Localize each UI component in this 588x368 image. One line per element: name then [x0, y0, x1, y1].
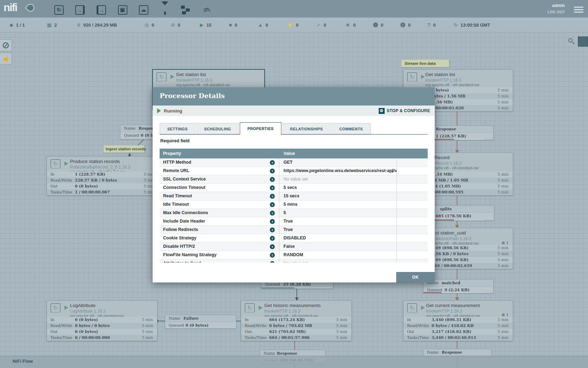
- drag-processor-icon[interactable]: ↻: [52, 4, 65, 16]
- search-icon[interactable]: [568, 38, 573, 42]
- help-icon[interactable]: ?: [270, 236, 275, 241]
- properties-table: Property Value HTTP Method? GET Remote U…: [160, 149, 428, 263]
- processor-title: Get current measurement: [426, 303, 480, 308]
- help-icon[interactable]: ?: [270, 253, 275, 258]
- property-row: SSL Context Service? No value set: [160, 175, 428, 184]
- breadcrumb[interactable]: NiFi Flow: [13, 359, 33, 364]
- disabled-icon: ⚡: [287, 22, 293, 27]
- processor-type: InvokeHTTP 1.16.3: [425, 78, 461, 83]
- processor-type: InvokeHTTP 1.16.3: [176, 78, 212, 83]
- navigate-palette-button[interactable]: [0, 39, 12, 51]
- nifi-drop-icon: [25, 2, 36, 13]
- help-icon[interactable]: ?: [270, 244, 275, 249]
- status-running: ▶15: [200, 18, 211, 32]
- stop-and-configure-button[interactable]: ⚙ STOP & CONFIGURE: [379, 108, 430, 114]
- dialog-title: Processor Details: [160, 92, 225, 100]
- status-cluster: ◆1 / 1: [9, 18, 25, 32]
- processor-stats: In0 (0 bytes)5 min Read/Write0 bytes / 0…: [47, 317, 157, 341]
- drag-process-group-icon[interactable]: ▣: [116, 4, 129, 16]
- queued-icon: ≡: [77, 22, 80, 28]
- tab-properties[interactable]: PROPERTIES: [240, 122, 281, 135]
- running-status-icon: [170, 75, 174, 79]
- properties-table-header: Property Value: [160, 149, 428, 158]
- running-status-icon: [421, 306, 425, 310]
- tab-comments[interactable]: COMMENTS: [331, 123, 370, 134]
- tab-relationships[interactable]: RELATIONSHIPS: [282, 123, 331, 134]
- help-icon[interactable]: ?: [270, 219, 275, 224]
- help-icon[interactable]: ?: [270, 185, 275, 190]
- tab-settings[interactable]: SETTINGS: [160, 123, 195, 134]
- logout-link[interactable]: LOG OUT: [547, 10, 565, 14]
- locally-modified-icon: ∗: [345, 22, 350, 28]
- status-sync-failure: ?0: [427, 18, 436, 32]
- label-ingest-station-records[interactable]: Ingest station records: [103, 145, 145, 153]
- current-user: admin: [552, 3, 565, 8]
- help-icon[interactable]: ?: [270, 202, 275, 207]
- running-status-icon: [157, 108, 161, 113]
- label-stream-live-data[interactable]: Stream live-data: [401, 59, 449, 67]
- operate-palette-button[interactable]: ☝: [0, 53, 12, 64]
- property-row: Disable HTTP/2? False: [160, 243, 428, 251]
- status-invalid: ▲0: [258, 18, 268, 32]
- processor-details-dialog: Processor Details Running ⚙ STOP & CONFI…: [153, 87, 435, 282]
- processor-stats: In3,440 (896.31 KB)5 min Read/Write0 byt…: [404, 317, 513, 341]
- drag-input-port-icon[interactable]: →: [74, 4, 86, 16]
- compass-icon: [3, 42, 9, 48]
- property-row: Idle Timeout? 5 mins: [160, 200, 428, 209]
- processor-icon: ↻: [245, 303, 255, 313]
- connection-response-left[interactable]: NameResponse Queued0 (0 bytes: [120, 125, 157, 139]
- status-disabled: ⚡0: [287, 18, 299, 32]
- processor-title: Get station list: [425, 72, 455, 77]
- property-row: Include Date Header? True: [160, 217, 428, 226]
- sync-failure-icon: ?: [427, 22, 430, 27]
- processor-title: Produce station records: [70, 159, 120, 164]
- status-locally-modified: ∗0: [345, 18, 356, 32]
- status-locally-modified-stale: !0: [400, 18, 411, 32]
- help-icon[interactable]: ?: [270, 211, 275, 216]
- help-icon[interactable]: ?: [270, 177, 275, 182]
- help-icon[interactable]: ?: [270, 194, 275, 199]
- property-row: Cookie Strategy? DISABLED: [160, 234, 428, 243]
- search-toggle-button[interactable]: [578, 36, 588, 47]
- not-transmitting-icon: ⊘: [171, 22, 175, 27]
- processor-icon: ↻: [50, 159, 61, 169]
- breadcrumb-bar: [0, 356, 588, 368]
- processor-icon: ↻: [156, 72, 167, 82]
- drag-output-port-icon[interactable]: →: [95, 4, 107, 16]
- processor-get-historic-measurements[interactable]: ↻ Get historic measurements InvokeHTTP 1…: [241, 300, 352, 341]
- gear-icon: ⚙: [379, 108, 385, 114]
- processor-stats: In1 (228.57 KB)5 min Read/Write228.57 KB…: [47, 171, 159, 195]
- up-to-date-icon: ✓: [317, 22, 321, 27]
- queue-bar: [261, 287, 333, 288]
- help-icon[interactable]: ?: [270, 227, 275, 232]
- dialog-tabs: SETTINGS SCHEDULING PROPERTIES RELATIONS…: [160, 122, 428, 135]
- processor-type: Record 1.16.3: [435, 161, 461, 166]
- processor-type: ateJsonPath 1.16.3: [435, 236, 471, 241]
- running-status-icon: [259, 306, 262, 310]
- processor-bundle: org.apache.nifi - nifi-standard-nar: [176, 83, 230, 87]
- property-row: Read Timeout? 15 secs: [160, 192, 428, 200]
- processor-log-attribute[interactable]: ↻ LogAttribute LogAttribute 1.16.3 org.a…: [47, 300, 158, 341]
- drag-label-icon[interactable]: ≡✎: [201, 4, 214, 16]
- status-queued: ≡920 / 264.29 MB: [77, 18, 117, 32]
- drag-funnel-icon[interactable]: [159, 4, 171, 16]
- processor-produce-station-records[interactable]: ↻ Produce station records PublishKafkaRe…: [47, 156, 159, 196]
- ok-button[interactable]: OK: [396, 272, 435, 282]
- help-icon[interactable]: ?: [270, 169, 275, 173]
- help-icon[interactable]: ?: [270, 261, 275, 263]
- processor-type: LogAttribute 1.16.3: [70, 309, 105, 314]
- global-menu-icon[interactable]: [574, 5, 583, 14]
- processor-title: Get historic measurements: [264, 303, 321, 308]
- drag-template-icon[interactable]: [179, 4, 192, 16]
- refresh-icon[interactable]: ↻: [454, 22, 458, 27]
- connection-failure[interactable]: NameFailure Queued0 (0 bytes): [165, 315, 236, 329]
- nifi-logo: nifi: [4, 1, 17, 14]
- tab-scheduling[interactable]: SCHEDULING: [196, 123, 239, 134]
- info-icon[interactable]: i: [391, 167, 393, 175]
- processor-title: Record: [434, 155, 450, 160]
- drag-remote-process-group-icon[interactable]: ☁: [137, 4, 150, 16]
- property-row: Remote URL? https://www.pegelonline.wsv.…: [160, 167, 428, 175]
- processor-get-current-measurement[interactable]: ↻ Get current measurement InvokeHTTP 1.1…: [403, 300, 513, 341]
- status-refresh: ↻13:00:58 GMT: [454, 18, 490, 32]
- help-icon[interactable]: ?: [270, 160, 275, 165]
